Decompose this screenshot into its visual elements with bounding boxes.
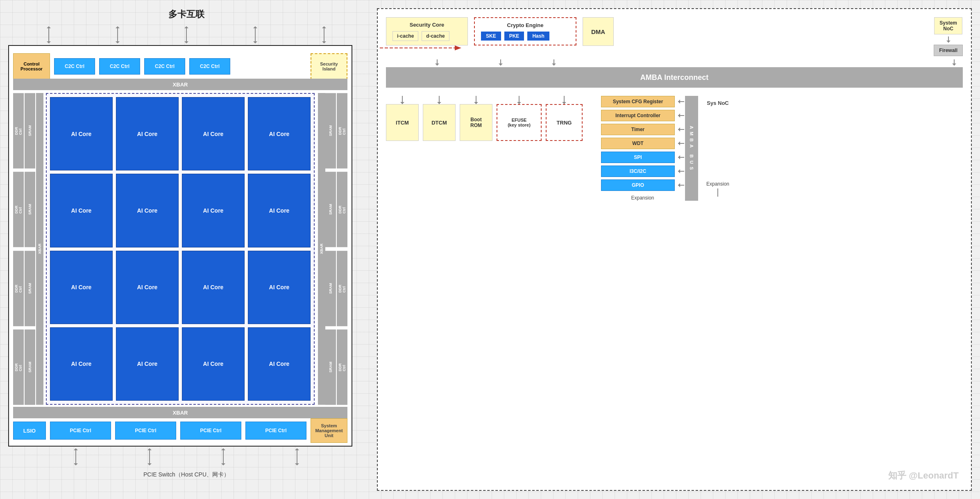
sram-cell-r2: SRAM xyxy=(325,172,336,247)
ddr-cell-r4: DDRCtrl xyxy=(337,329,347,405)
dma-box: DMA xyxy=(583,17,614,46)
efuse-box: EFUSE (key store) xyxy=(497,104,542,141)
multi-card-label: 多卡互联 xyxy=(8,8,365,20)
amba-bus-bar: A M B A B U S xyxy=(685,96,698,201)
top-arrows xyxy=(14,25,358,43)
c2c-ctrl-3: C2C Ctrl xyxy=(144,58,185,75)
hash-btn: Hash xyxy=(527,32,549,41)
memory-row: ITCM DTCM Boot ROM xyxy=(386,96,583,141)
left-diagram: 多卡互联 LPDDR LPDDR LPDDR LPDDR LPDDR LPDDR… xyxy=(8,8,365,491)
ddr-cell-1: DDRCtrl xyxy=(13,93,24,168)
ske-btn: SKE xyxy=(481,32,501,41)
chip-outer: Control Processor C2C Ctrl C2C Ctrl C2C … xyxy=(8,45,352,447)
chip-bottom: XBAR LSIO PCIE Ctrl PCIE Ctrl PCIE Ctrl … xyxy=(13,407,347,442)
ddr-cell-r2: DDRCtrl xyxy=(337,172,347,247)
right-top-row: Security Core i-cache d-cache Crypto Eng… xyxy=(386,17,963,56)
right-diagram: Security Core i-cache d-cache Crypto Eng… xyxy=(377,8,972,491)
xbar-col-right: XBAR xyxy=(318,93,325,405)
pcie-ctrl-2: PCIE Ctrl xyxy=(115,422,176,440)
itcm-col: ITCM xyxy=(386,96,419,141)
ai-core-3-3: AI Core xyxy=(182,251,245,324)
pcie-ctrl-1: PCIE Ctrl xyxy=(50,422,111,440)
c2c-ctrl-1: C2C Ctrl xyxy=(54,58,95,75)
xbar-top: XBAR xyxy=(13,79,347,90)
sram-cell-r1: SRAM xyxy=(325,93,336,168)
ddr-cell-2: DDRCtrl xyxy=(13,172,24,247)
crypto-engine-box: Crypto Engine SKE PKE Hash xyxy=(474,17,576,45)
security-core-box: Security Core i-cache d-cache xyxy=(386,17,468,45)
xbar-vert-right: XBAR xyxy=(318,93,325,405)
sys-cfg-item: System CFG Register xyxy=(601,96,675,107)
wdt-item: WDT xyxy=(601,138,675,149)
sram-cell-3: SRAM xyxy=(25,251,35,326)
chip-middle: DDRCtrl DDRCtrl DDRCtrl DDRCtrl SRAM SRA… xyxy=(13,93,347,405)
expansion-bottom-label: Expansion xyxy=(601,193,684,201)
c2c-ctrl-2: C2C Ctrl xyxy=(99,58,140,75)
side-col-left: DDRCtrl DDRCtrl DDRCtrl DDRCtrl SRAM SRA… xyxy=(13,93,46,405)
xbar-col-left: XBAR xyxy=(36,93,43,405)
crypto-btns: SKE PKE Hash xyxy=(481,32,569,41)
chip-top-row: Control Processor C2C Ctrl C2C Ctrl C2C … xyxy=(13,50,347,83)
sram-cell-r3: SRAM xyxy=(325,251,336,326)
right-side-labels: Sys NoC Expansion xyxy=(698,96,729,201)
ddr-cell-4: DDRCtrl xyxy=(13,329,24,405)
trng-col: TRNG xyxy=(546,96,583,141)
amba-bar: AMBA Interconnect xyxy=(386,67,963,88)
ai-core-grid: AI Core AI Core AI Core AI Core AI Core … xyxy=(46,93,315,405)
pcie-ctrl-3: PCIE Ctrl xyxy=(180,422,241,440)
ddr-cell-r3: DDRCtrl xyxy=(337,251,347,326)
ai-row-3: AI Core AI Core AI Core AI Core xyxy=(50,251,311,324)
c2c-ctrl-4: C2C Ctrl xyxy=(189,58,230,75)
ai-row-4: AI Core AI Core AI Core AI Core xyxy=(50,327,311,401)
dtcm-col: DTCM xyxy=(423,96,456,141)
sys-noc-top-box: System NoC xyxy=(934,17,962,34)
bottom-arrows xyxy=(39,449,334,467)
security-island: Security Island xyxy=(311,53,347,79)
ddr-col-right: DDRCtrl DDRCtrl DDRCtrl DDRCtrl xyxy=(337,93,347,405)
ai-row-2: AI Core AI Core AI Core AI Core xyxy=(50,174,311,247)
ai-core-3-4: AI Core xyxy=(248,251,311,324)
firewall-box: Firewall xyxy=(934,45,963,56)
control-processor: Control Processor xyxy=(13,53,50,79)
sys-noc-top-container: System NoC Firewall xyxy=(934,17,963,56)
right-bottom-section: ITCM DTCM Boot ROM xyxy=(386,96,963,201)
security-core-title: Security Core xyxy=(392,22,461,28)
side-col-right: DDRCtrl DDRCtrl DDRCtrl DDRCtrl SRAM SRA… xyxy=(315,93,347,405)
arrows-to-amba xyxy=(386,59,963,66)
bottom-row: LSIO PCIE Ctrl PCIE Ctrl PCIE Ctrl PCIE … xyxy=(13,422,347,440)
pcie-ctrl-4: PCIE Ctrl xyxy=(245,422,306,440)
ai-row-1: AI Core AI Core AI Core AI Core xyxy=(50,97,311,170)
sys-noc-right-label: Sys NoC xyxy=(707,100,728,106)
ddr-cell-3: DDRCtrl xyxy=(13,251,24,326)
ai-core-1-2: AI Core xyxy=(116,97,179,170)
sram-cell-1: SRAM xyxy=(25,93,35,168)
ai-core-2-3: AI Core xyxy=(182,174,245,247)
sram-cell-4: SRAM xyxy=(25,329,35,405)
ai-core-2-2: AI Core xyxy=(116,174,179,247)
itcm-box: ITCM xyxy=(386,104,419,141)
sram-cell-r4: SRAM xyxy=(325,329,336,405)
crypto-engine-title: Crypto Engine xyxy=(481,22,569,28)
watermark: 知乎 @LeonardT xyxy=(888,470,959,482)
periph-list: System CFG Register Interrupt Controller xyxy=(601,96,684,201)
trng-box: TRNG xyxy=(546,104,583,141)
ai-core-3-2: AI Core xyxy=(116,251,179,324)
ai-core-4-3: AI Core xyxy=(182,327,245,401)
peripheral-section: System CFG Register Interrupt Controller xyxy=(601,96,963,201)
ddr-col-left: DDRCtrl DDRCtrl DDRCtrl DDRCtrl xyxy=(13,93,24,405)
pke-btn: PKE xyxy=(504,32,524,41)
timer-item: Timer xyxy=(601,124,675,135)
memory-group: ITCM DTCM Boot ROM xyxy=(386,96,583,201)
pcie-switch-label: PCIE Switch（Host CPU、网卡） xyxy=(8,471,365,479)
ai-core-3-1: AI Core xyxy=(50,251,113,324)
ai-core-2-1: AI Core xyxy=(50,174,113,247)
boot-rom-box: Boot ROM xyxy=(460,104,492,141)
i3c-i2c-item: I3C/I2C xyxy=(601,166,675,177)
efuse-col: EFUSE (key store) xyxy=(497,96,542,141)
spi-item: SPI xyxy=(601,152,675,163)
sram-col-left: SRAM SRAM SRAM SRAM xyxy=(25,93,35,405)
ddr-cell-r1: DDRCtrl xyxy=(337,93,347,168)
cache-row: i-cache d-cache xyxy=(392,31,461,41)
dtcm-box: DTCM xyxy=(423,104,456,141)
bootrom-col: Boot ROM xyxy=(460,96,492,141)
